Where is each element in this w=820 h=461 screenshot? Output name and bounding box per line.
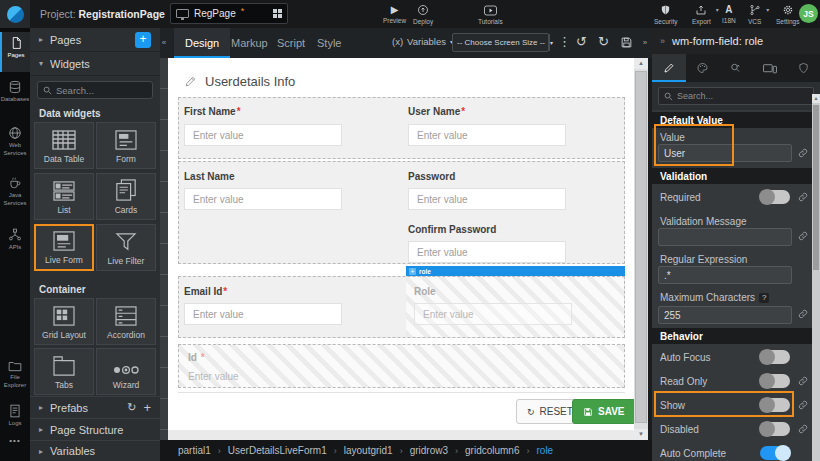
breadcrumb-item-form[interactable]: UserDetailsLiveForm1	[228, 445, 327, 456]
design-canvas[interactable]: Userdetails Info First Name* User Name* …	[168, 58, 634, 440]
sidebar-item-apis[interactable]: APIs	[0, 224, 30, 264]
add-page-button[interactable]: +	[135, 32, 151, 48]
apis-label: APIs	[1, 244, 30, 252]
role-input[interactable]	[414, 303, 572, 325]
bind-link-icon[interactable]	[798, 309, 808, 319]
breadcrumb-item-gridcolumn[interactable]: gridcolumn6	[465, 445, 519, 456]
breadcrumb-item-gridrow[interactable]: gridrow3	[410, 445, 448, 456]
edit-pencil-icon[interactable]	[184, 75, 197, 88]
scroll-up-icon[interactable]: ▲	[812, 94, 820, 103]
user-avatar[interactable]: JS	[799, 4, 818, 23]
security-button[interactable]: Security	[654, 2, 677, 27]
pages-section-header[interactable]: ▸ Pages +	[30, 28, 160, 52]
selected-widget-bar-role[interactable]: + role	[406, 266, 625, 276]
preview-button[interactable]: ▶ Preview	[383, 2, 406, 27]
widget-search-input[interactable]	[56, 85, 147, 96]
widget-grid-layout[interactable]: Grid Layout	[34, 298, 94, 345]
refresh-prefabs-icon[interactable]: ↻	[127, 401, 136, 414]
sidebar-item-java-services[interactable]: Java Services	[0, 172, 30, 218]
widget-wizard[interactable]: Wizard	[96, 348, 156, 395]
widget-accordion[interactable]: Accordion	[96, 298, 156, 345]
bind-link-icon[interactable]	[798, 424, 808, 434]
save-markup-icon[interactable]	[620, 36, 633, 49]
page-tab-regpage[interactable]: RegPage *	[170, 3, 288, 24]
value-input[interactable]	[658, 144, 792, 162]
sidebar-item-databases[interactable]: Databases	[0, 76, 30, 118]
screen-size-select[interactable]: -- Choose Screen Size -- ▾	[452, 33, 549, 52]
widget-list[interactable]: List	[34, 173, 94, 220]
bind-link-icon[interactable]	[798, 231, 808, 241]
tab-events[interactable]	[719, 54, 753, 82]
auto-focus-toggle[interactable]	[760, 350, 790, 364]
bind-link-icon[interactable]	[798, 376, 808, 386]
export-button[interactable]: Export ▾	[692, 2, 711, 27]
scroll-up-icon[interactable]: ▲	[634, 58, 648, 69]
widget-cards[interactable]: Cards	[96, 173, 156, 220]
validation-message-input[interactable]	[658, 228, 792, 246]
widget-form[interactable]: Form	[96, 122, 156, 169]
more-actions-kebab-icon[interactable]: ⋮	[558, 34, 571, 50]
read-only-toggle[interactable]	[760, 374, 790, 388]
sidebar-item-pages[interactable]: Pages	[0, 32, 30, 72]
collapse-left-icon[interactable]: «	[159, 38, 169, 47]
more-options-icon[interactable]: •••	[0, 436, 30, 445]
disabled-toggle[interactable]	[760, 422, 790, 436]
required-toggle[interactable]	[760, 190, 790, 204]
canvas-scrollbar-thumb[interactable]	[635, 71, 647, 423]
show-toggle[interactable]	[760, 398, 790, 412]
collapse-right-icon[interactable]: »	[640, 38, 650, 47]
regular-expression-input[interactable]	[658, 266, 792, 284]
prefabs-section-header[interactable]: ▸ Prefabs ↻ +	[30, 396, 160, 418]
undo-icon[interactable]: ↺	[576, 34, 587, 50]
settings-button[interactable]: Settings ▾	[776, 2, 800, 27]
vcs-button[interactable]: VCS ▾	[748, 2, 761, 27]
bind-link-icon[interactable]	[798, 192, 808, 202]
tab-security[interactable]	[786, 54, 820, 82]
tab-properties[interactable]	[652, 54, 686, 82]
widget-live-form[interactable]: Live Form	[34, 224, 94, 271]
wavemaker-logo[interactable]	[0, 0, 30, 28]
inspector-search-input[interactable]	[677, 91, 808, 101]
variables-dropdown[interactable]: (x) Variables ▾	[392, 36, 453, 47]
breadcrumb-item-layoutgrid[interactable]: layoutgrid1	[344, 445, 393, 456]
email-input[interactable]	[184, 303, 342, 325]
inspector-scrollbar-thumb[interactable]	[813, 105, 819, 270]
confirm-password-input[interactable]	[408, 241, 566, 263]
tab-styles[interactable]	[686, 54, 720, 82]
canvas-scrollbar[interactable]: ▲ ▼	[634, 58, 648, 440]
widgets-section-header[interactable]: ▾ Widgets	[30, 52, 160, 76]
auto-complete-toggle[interactable]	[760, 446, 790, 460]
user-name-input[interactable]	[408, 124, 566, 146]
deploy-button[interactable]: Deploy	[413, 2, 433, 27]
widget-tabs[interactable]: Tabs	[34, 348, 94, 395]
password-input[interactable]	[408, 188, 566, 210]
sidebar-item-logs[interactable]: Logs	[0, 400, 30, 436]
scroll-down-icon[interactable]: ▼	[634, 429, 648, 440]
redo-icon[interactable]: ↻	[598, 34, 609, 50]
variables-section-header[interactable]: ▸ Variables	[30, 440, 160, 461]
widget-data-table[interactable]: Data Table	[34, 122, 94, 169]
page-structure-section-header[interactable]: ▸ Page Structure	[30, 418, 160, 440]
collapse-panel-icon[interactable]: »	[660, 36, 665, 46]
breadcrumb-item-partial1[interactable]: partial1	[178, 445, 211, 456]
help-icon[interactable]: ?	[759, 293, 769, 303]
i18n-button[interactable]: A I18N	[722, 2, 736, 27]
last-name-input[interactable]	[184, 188, 342, 210]
bind-link-icon[interactable]	[798, 148, 808, 158]
add-prefab-icon[interactable]: +	[143, 400, 151, 415]
sidebar-item-web-services[interactable]: Web Services	[0, 122, 30, 168]
breadcrumb-item-role[interactable]: role	[537, 445, 554, 456]
tab-devices[interactable]	[753, 54, 787, 82]
sidebar-item-file-explorer[interactable]: File Explorer	[0, 356, 30, 398]
maximum-characters-input[interactable]	[658, 306, 792, 324]
save-button[interactable]: SAVE	[572, 399, 636, 424]
form-row-id[interactable]	[178, 344, 625, 388]
tab-style[interactable]: Style	[306, 28, 352, 58]
grid-icon[interactable]	[273, 9, 282, 18]
first-name-input[interactable]	[184, 124, 342, 146]
chevron-right-icon: ›	[157, 7, 161, 19]
tutorials-button[interactable]: Tutorials	[478, 2, 503, 27]
inspector-scrollbar[interactable]: ▲	[812, 94, 820, 461]
bind-link-icon[interactable]	[798, 400, 808, 410]
widget-live-filter[interactable]: Live Filter	[96, 224, 156, 271]
